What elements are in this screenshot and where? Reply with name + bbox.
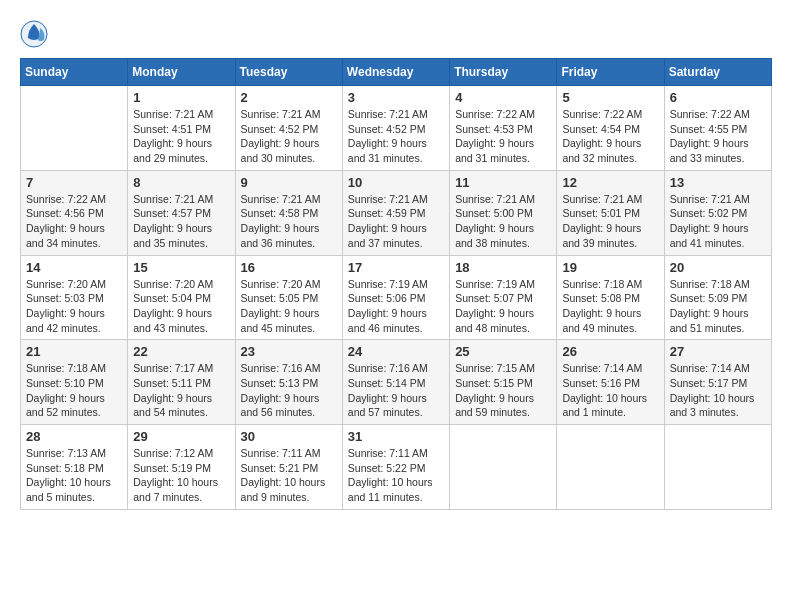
calendar-week-row: 1 Sunrise: 7:21 AM Sunset: 4:51 PM Dayli…	[21, 86, 772, 171]
calendar-day-cell	[557, 425, 664, 510]
day-info: Sunrise: 7:21 AM Sunset: 5:02 PM Dayligh…	[670, 192, 766, 251]
day-number: 15	[133, 260, 229, 275]
day-number: 19	[562, 260, 658, 275]
calendar-day-cell: 30 Sunrise: 7:11 AM Sunset: 5:21 PM Dayl…	[235, 425, 342, 510]
day-info: Sunrise: 7:19 AM Sunset: 5:07 PM Dayligh…	[455, 277, 551, 336]
day-info: Sunrise: 7:18 AM Sunset: 5:10 PM Dayligh…	[26, 361, 122, 420]
weekday-header: Tuesday	[235, 59, 342, 86]
day-number: 18	[455, 260, 551, 275]
calendar-day-cell: 28 Sunrise: 7:13 AM Sunset: 5:18 PM Dayl…	[21, 425, 128, 510]
day-number: 3	[348, 90, 444, 105]
calendar-day-cell: 14 Sunrise: 7:20 AM Sunset: 5:03 PM Dayl…	[21, 255, 128, 340]
weekday-header: Sunday	[21, 59, 128, 86]
day-number: 2	[241, 90, 337, 105]
weekday-header: Thursday	[450, 59, 557, 86]
calendar-day-cell: 24 Sunrise: 7:16 AM Sunset: 5:14 PM Dayl…	[342, 340, 449, 425]
day-number: 29	[133, 429, 229, 444]
calendar-day-cell: 25 Sunrise: 7:15 AM Sunset: 5:15 PM Dayl…	[450, 340, 557, 425]
calendar-table: SundayMondayTuesdayWednesdayThursdayFrid…	[20, 58, 772, 510]
calendar-day-cell: 8 Sunrise: 7:21 AM Sunset: 4:57 PM Dayli…	[128, 170, 235, 255]
day-info: Sunrise: 7:21 AM Sunset: 4:59 PM Dayligh…	[348, 192, 444, 251]
calendar-day-cell	[664, 425, 771, 510]
day-info: Sunrise: 7:21 AM Sunset: 4:52 PM Dayligh…	[348, 107, 444, 166]
calendar-header-row: SundayMondayTuesdayWednesdayThursdayFrid…	[21, 59, 772, 86]
day-info: Sunrise: 7:14 AM Sunset: 5:16 PM Dayligh…	[562, 361, 658, 420]
day-info: Sunrise: 7:21 AM Sunset: 4:58 PM Dayligh…	[241, 192, 337, 251]
calendar-day-cell: 27 Sunrise: 7:14 AM Sunset: 5:17 PM Dayl…	[664, 340, 771, 425]
day-info: Sunrise: 7:18 AM Sunset: 5:09 PM Dayligh…	[670, 277, 766, 336]
day-number: 4	[455, 90, 551, 105]
day-number: 27	[670, 344, 766, 359]
day-number: 30	[241, 429, 337, 444]
calendar-day-cell	[21, 86, 128, 171]
calendar-day-cell: 11 Sunrise: 7:21 AM Sunset: 5:00 PM Dayl…	[450, 170, 557, 255]
day-number: 12	[562, 175, 658, 190]
day-number: 22	[133, 344, 229, 359]
calendar-day-cell: 9 Sunrise: 7:21 AM Sunset: 4:58 PM Dayli…	[235, 170, 342, 255]
calendar-day-cell: 2 Sunrise: 7:21 AM Sunset: 4:52 PM Dayli…	[235, 86, 342, 171]
calendar-day-cell: 18 Sunrise: 7:19 AM Sunset: 5:07 PM Dayl…	[450, 255, 557, 340]
logo-icon	[20, 20, 48, 48]
calendar-day-cell: 1 Sunrise: 7:21 AM Sunset: 4:51 PM Dayli…	[128, 86, 235, 171]
calendar-day-cell: 19 Sunrise: 7:18 AM Sunset: 5:08 PM Dayl…	[557, 255, 664, 340]
day-info: Sunrise: 7:21 AM Sunset: 4:51 PM Dayligh…	[133, 107, 229, 166]
calendar-day-cell: 17 Sunrise: 7:19 AM Sunset: 5:06 PM Dayl…	[342, 255, 449, 340]
calendar-day-cell: 4 Sunrise: 7:22 AM Sunset: 4:53 PM Dayli…	[450, 86, 557, 171]
day-number: 28	[26, 429, 122, 444]
calendar-day-cell: 20 Sunrise: 7:18 AM Sunset: 5:09 PM Dayl…	[664, 255, 771, 340]
day-number: 16	[241, 260, 337, 275]
day-info: Sunrise: 7:12 AM Sunset: 5:19 PM Dayligh…	[133, 446, 229, 505]
calendar-day-cell	[450, 425, 557, 510]
day-info: Sunrise: 7:18 AM Sunset: 5:08 PM Dayligh…	[562, 277, 658, 336]
day-info: Sunrise: 7:13 AM Sunset: 5:18 PM Dayligh…	[26, 446, 122, 505]
day-number: 17	[348, 260, 444, 275]
day-info: Sunrise: 7:22 AM Sunset: 4:54 PM Dayligh…	[562, 107, 658, 166]
weekday-header: Saturday	[664, 59, 771, 86]
day-number: 14	[26, 260, 122, 275]
day-info: Sunrise: 7:22 AM Sunset: 4:56 PM Dayligh…	[26, 192, 122, 251]
calendar-day-cell: 23 Sunrise: 7:16 AM Sunset: 5:13 PM Dayl…	[235, 340, 342, 425]
day-number: 8	[133, 175, 229, 190]
calendar-week-row: 21 Sunrise: 7:18 AM Sunset: 5:10 PM Dayl…	[21, 340, 772, 425]
day-number: 5	[562, 90, 658, 105]
day-number: 1	[133, 90, 229, 105]
day-info: Sunrise: 7:22 AM Sunset: 4:55 PM Dayligh…	[670, 107, 766, 166]
calendar-day-cell: 5 Sunrise: 7:22 AM Sunset: 4:54 PM Dayli…	[557, 86, 664, 171]
calendar-day-cell: 22 Sunrise: 7:17 AM Sunset: 5:11 PM Dayl…	[128, 340, 235, 425]
day-number: 25	[455, 344, 551, 359]
day-number: 6	[670, 90, 766, 105]
weekday-header: Wednesday	[342, 59, 449, 86]
calendar-day-cell: 10 Sunrise: 7:21 AM Sunset: 4:59 PM Dayl…	[342, 170, 449, 255]
weekday-header: Monday	[128, 59, 235, 86]
day-info: Sunrise: 7:21 AM Sunset: 5:00 PM Dayligh…	[455, 192, 551, 251]
day-number: 31	[348, 429, 444, 444]
calendar-day-cell: 15 Sunrise: 7:20 AM Sunset: 5:04 PM Dayl…	[128, 255, 235, 340]
calendar-week-row: 14 Sunrise: 7:20 AM Sunset: 5:03 PM Dayl…	[21, 255, 772, 340]
day-info: Sunrise: 7:16 AM Sunset: 5:13 PM Dayligh…	[241, 361, 337, 420]
calendar-day-cell: 16 Sunrise: 7:20 AM Sunset: 5:05 PM Dayl…	[235, 255, 342, 340]
day-info: Sunrise: 7:20 AM Sunset: 5:04 PM Dayligh…	[133, 277, 229, 336]
calendar-day-cell: 26 Sunrise: 7:14 AM Sunset: 5:16 PM Dayl…	[557, 340, 664, 425]
day-info: Sunrise: 7:22 AM Sunset: 4:53 PM Dayligh…	[455, 107, 551, 166]
day-info: Sunrise: 7:11 AM Sunset: 5:22 PM Dayligh…	[348, 446, 444, 505]
day-number: 21	[26, 344, 122, 359]
day-number: 9	[241, 175, 337, 190]
day-info: Sunrise: 7:19 AM Sunset: 5:06 PM Dayligh…	[348, 277, 444, 336]
day-info: Sunrise: 7:21 AM Sunset: 4:52 PM Dayligh…	[241, 107, 337, 166]
calendar-day-cell: 12 Sunrise: 7:21 AM Sunset: 5:01 PM Dayl…	[557, 170, 664, 255]
day-info: Sunrise: 7:11 AM Sunset: 5:21 PM Dayligh…	[241, 446, 337, 505]
calendar-day-cell: 7 Sunrise: 7:22 AM Sunset: 4:56 PM Dayli…	[21, 170, 128, 255]
day-info: Sunrise: 7:14 AM Sunset: 5:17 PM Dayligh…	[670, 361, 766, 420]
calendar-day-cell: 6 Sunrise: 7:22 AM Sunset: 4:55 PM Dayli…	[664, 86, 771, 171]
day-info: Sunrise: 7:21 AM Sunset: 5:01 PM Dayligh…	[562, 192, 658, 251]
day-info: Sunrise: 7:17 AM Sunset: 5:11 PM Dayligh…	[133, 361, 229, 420]
day-number: 11	[455, 175, 551, 190]
day-info: Sunrise: 7:20 AM Sunset: 5:03 PM Dayligh…	[26, 277, 122, 336]
logo	[20, 20, 52, 48]
calendar-week-row: 7 Sunrise: 7:22 AM Sunset: 4:56 PM Dayli…	[21, 170, 772, 255]
day-info: Sunrise: 7:16 AM Sunset: 5:14 PM Dayligh…	[348, 361, 444, 420]
day-number: 13	[670, 175, 766, 190]
calendar-day-cell: 3 Sunrise: 7:21 AM Sunset: 4:52 PM Dayli…	[342, 86, 449, 171]
day-number: 7	[26, 175, 122, 190]
day-info: Sunrise: 7:20 AM Sunset: 5:05 PM Dayligh…	[241, 277, 337, 336]
